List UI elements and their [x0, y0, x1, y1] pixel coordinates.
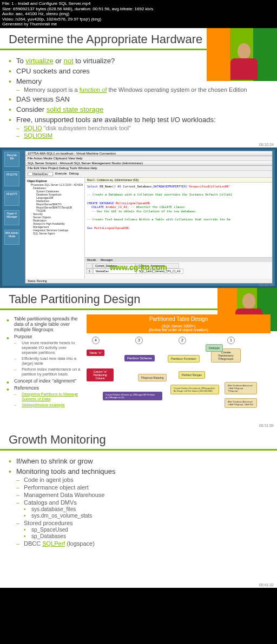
meta-filename: File: 1 - Install and Configure SQL Serv…	[2, 1, 275, 6]
vm-titlebar[interactable]: 10775A-MIA-SQL1 on localhost - Virtual M…	[25, 151, 272, 156]
file-metadata-header: File: 1 - Install and Configure SQL Serv…	[0, 0, 277, 28]
timestamp: 00:10:24	[259, 143, 274, 146]
link-function-of[interactable]: function of	[80, 86, 107, 93]
ssms-screenshot: Recycle Bin FF10776 FF10777 Hyper-V Mana…	[0, 147, 277, 288]
bullet-purpose: Purpose Use more read/write heads to sep…	[6, 334, 82, 377]
bullet-alignment: Concept of index "alignment"	[6, 378, 82, 384]
code-function: Create Partition Function pf_OfRanges(in…	[170, 385, 219, 394]
messages-tab[interactable]: Messages	[101, 258, 113, 261]
meta-video: Video: h264, yuv420p, 1024x576, 29.97 fp…	[2, 17, 275, 22]
box-datatype: Datatype	[206, 344, 223, 352]
sub-dbcc: DBCC SQLPerf (logspace)	[16, 540, 268, 547]
sub-stored-procs: Stored procedures sp_SpaceUsed sp_Databa…	[16, 520, 268, 539]
bullet-das-san: DAS versus SAN	[9, 95, 268, 103]
editor-tab[interactable]: Mod 1 - Collations.sq...l(Administrator …	[85, 178, 272, 183]
box-table: Table "x"	[87, 350, 104, 356]
sql-editor-content[interactable]: Select DB_Name() AS Current_Database,DAT…	[85, 183, 272, 257]
results-tab[interactable]: Results	[87, 258, 96, 261]
ssms-toolbar[interactable]: MarketDev Execute Debug	[25, 171, 272, 178]
diagram-title: Partitioned Table Design	[87, 314, 271, 324]
sub-agent-jobs: Code in agent jobs	[16, 477, 268, 483]
meta-generator: Generated by Thumbnail me	[2, 22, 275, 27]
bullet-monitoring: Monitoring tools and techniques Code in …	[9, 467, 268, 547]
diagram-subtitle: (SQL Server 2005+)(Notice the order of o…	[87, 324, 271, 333]
link-virtualize[interactable]: virtualize	[25, 57, 53, 65]
box-column: Column "a" Partitioning Column	[87, 368, 114, 381]
code-scheme: Create Partition Scheme ps_OfRanges AS P…	[103, 392, 162, 400]
slide-partitioning: Table Partitioning Design Table partitio…	[0, 288, 277, 428]
link-sqlio[interactable]: SQLIO	[24, 125, 42, 131]
bullet-list: Table partitioning spreads the data of a…	[6, 316, 82, 407]
slide-hardware: Determine the Appropriate Hardware To vi…	[0, 28, 277, 147]
sub-perf-alert: Performance object alert	[16, 484, 268, 491]
sub-sqlio: SQLIO "disk subsystem benchmark tool"	[16, 125, 268, 131]
sub-sqliosim: SQLIOSIM	[16, 132, 268, 139]
link-sliding-window[interactable]: SlidingWindow example	[22, 403, 65, 407]
bullet-memory: Memory Memory support is a function of t…	[9, 77, 268, 93]
object-explorer[interactable]: Object Explorer Proseware.SQL Server 11.…	[25, 178, 85, 279]
bullet-tools: Free, unsupported tools are available to…	[9, 116, 268, 139]
bullet-spreads: Table partitioning spreads the data of a…	[6, 316, 82, 332]
timestamp: 00:31:09	[259, 424, 274, 427]
sub-mdw: Management Data Warehouse	[16, 492, 268, 498]
subsub-volume-stats: sys.dm_os_volume_stats	[24, 513, 268, 519]
sub-catalogs-dmvs: Catalogs and DMVs sys.database_files sys…	[16, 499, 268, 519]
ssms-titlebar[interactable]: SQL Server Scripts1 - Microsoft SQL Serv…	[25, 161, 272, 166]
link-designing-partitions[interactable]: Designing Partitions to Manage Subsets o…	[22, 392, 78, 401]
link-not[interactable]: not	[63, 57, 73, 65]
link-ssd[interactable]: solid state storage	[47, 105, 104, 113]
link-sqliosim[interactable]: SQLIOSIM	[24, 132, 52, 139]
execute-button[interactable]: Execute	[55, 172, 67, 176]
box-ranges: Partition Ranges	[179, 371, 205, 379]
db-dropdown[interactable]: MarketDev	[28, 172, 53, 176]
bullet-list: If/when to shrink or grow Monitoring too…	[9, 457, 268, 547]
bullet-list: To virtualize or not to virtualize? CPU …	[9, 57, 268, 139]
ssms-menubar[interactable]: File Edit View Project Debug Tools Windo…	[25, 166, 272, 171]
subsub-spaceused: sp_SpaceUsed	[24, 527, 268, 533]
folder-icon[interactable]: FF10776	[4, 171, 19, 186]
slide-title: Growth Monitoring	[0, 428, 277, 449]
bullet-cpu: CPU sockets and cores	[9, 67, 268, 75]
debug-button[interactable]: Debug	[69, 172, 79, 176]
admin-icon[interactable]: MIA Admin Mode	[4, 230, 19, 245]
subsub-databases: sp_Databases	[24, 533, 268, 539]
bullet-shrink-grow: If/when to shrink or grow	[9, 457, 268, 465]
meta-audio: Audio: aac, 44100 Hz, stereo (eng)	[2, 11, 275, 17]
watermark: www.cg-ku.com	[110, 263, 167, 272]
recycle-bin-icon[interactable]: Recycle Bin	[4, 152, 19, 167]
timestamp: 00:41:32	[259, 583, 274, 587]
vm-menubar[interactable]: File Action Media Clipboard View Help	[25, 156, 272, 161]
hyperv-icon[interactable]: Hyper-V Manager	[4, 210, 19, 225]
meta-size: Size: 659092137 bytes (628.56 MiB), dura…	[2, 6, 275, 12]
link-sqlperf[interactable]: SQLPerf	[42, 540, 65, 547]
note-file: After Database Advanced > Add Filegroup …	[225, 398, 257, 408]
note-filegroup: After Database Advanced > Add Filegroup …	[225, 382, 257, 394]
status-bar: Status: Running	[25, 279, 272, 283]
subsub-database-files: sys.database_files	[24, 506, 268, 512]
folder-icon[interactable]: FF10777	[4, 191, 19, 206]
bullet-virtualize: To virtualize or not to virtualize?	[9, 57, 268, 65]
box-scheme: Partition Scheme	[124, 355, 155, 361]
partition-diagram: 4 3 2 1 Table "x" Partition Scheme Parti…	[87, 333, 271, 420]
bullet-ssd: Consider solid state storage	[9, 105, 268, 113]
desktop-icons-column: Recycle Bin FF10776 FF10777 Hyper-V Mana…	[2, 150, 24, 286]
timestamp: 00:20:47	[259, 283, 274, 287]
box-mapping: Filegroup Mapping	[138, 374, 167, 381]
sub-memory-support: Memory support is a function of the Wind…	[16, 86, 268, 93]
box-function: Partition Function	[168, 355, 200, 363]
bullet-references: References Designing Partitions to Manag…	[6, 385, 82, 407]
slide-growth: Growth Monitoring If/when to shrink or g…	[0, 428, 277, 588]
